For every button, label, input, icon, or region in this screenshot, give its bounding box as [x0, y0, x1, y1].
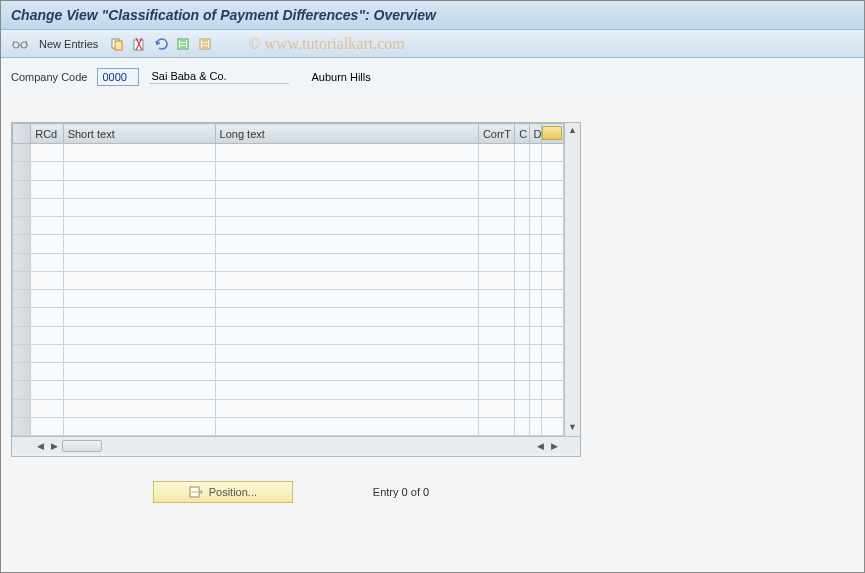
- table-row[interactable]: [13, 198, 564, 216]
- svg-rect-8: [190, 491, 199, 493]
- table-row[interactable]: [13, 290, 564, 308]
- table-row[interactable]: [13, 344, 564, 362]
- glasses-icon[interactable]: [11, 35, 29, 53]
- scroll-right-end-icon[interactable]: ▶: [548, 440, 560, 452]
- delete-icon[interactable]: [130, 35, 148, 53]
- table-row[interactable]: [13, 144, 564, 162]
- entry-count-text: Entry 0 of 0: [373, 486, 429, 498]
- table-row[interactable]: [13, 381, 564, 399]
- scroll-down-icon[interactable]: ▼: [567, 422, 579, 434]
- col-c[interactable]: C: [515, 124, 529, 144]
- page-title-bar: Change View "Classification of Payment D…: [1, 1, 864, 30]
- table-row[interactable]: [13, 271, 564, 289]
- page-title: Change View "Classification of Payment D…: [11, 7, 436, 23]
- table-row[interactable]: [13, 162, 564, 180]
- horizontal-scrollbar[interactable]: ◀ ▶ ◀ ▶: [12, 436, 580, 454]
- table-row[interactable]: [13, 417, 564, 435]
- table-row[interactable]: [13, 308, 564, 326]
- deselect-all-icon[interactable]: [196, 35, 214, 53]
- copy-icon[interactable]: [108, 35, 126, 53]
- watermark: © www.tutorialkart.com: [248, 35, 404, 53]
- scroll-right-icon[interactable]: ▶: [48, 440, 60, 452]
- position-button[interactable]: Position...: [153, 481, 293, 503]
- select-all-icon[interactable]: [174, 35, 192, 53]
- table-row[interactable]: [13, 180, 564, 198]
- toolbar: New Entries © www.tutorialkart.com: [1, 30, 864, 58]
- table-row[interactable]: [13, 217, 564, 235]
- company-name-text: Sai Baba & Co.: [149, 70, 289, 84]
- undo-icon[interactable]: [152, 35, 170, 53]
- data-grid: RCd Short text Long text CorrT C D ▲ ▼ ◀…: [11, 122, 581, 457]
- row-selector-header[interactable]: [13, 124, 31, 144]
- col-d[interactable]: D: [529, 124, 541, 144]
- col-rcd[interactable]: RCd: [31, 124, 63, 144]
- table-row[interactable]: [13, 253, 564, 271]
- configure-columns-button[interactable]: [541, 124, 563, 144]
- table-row[interactable]: [13, 399, 564, 417]
- scroll-left-end-icon[interactable]: ◀: [534, 440, 546, 452]
- col-corrt[interactable]: CorrT: [478, 124, 514, 144]
- location-text: Auburn Hills: [309, 71, 399, 84]
- company-code-input[interactable]: [97, 68, 139, 86]
- grid-table[interactable]: RCd Short text Long text CorrT C D: [12, 123, 564, 436]
- footer: Position... Entry 0 of 0: [1, 467, 581, 517]
- scroll-up-icon[interactable]: ▲: [567, 125, 579, 137]
- vertical-scrollbar[interactable]: ▲ ▼: [564, 123, 580, 436]
- col-long-text[interactable]: Long text: [215, 124, 478, 144]
- position-label: Position...: [209, 486, 257, 498]
- col-short-text[interactable]: Short text: [63, 124, 215, 144]
- table-row[interactable]: [13, 326, 564, 344]
- hscroll-thumb[interactable]: [62, 440, 102, 452]
- svg-rect-3: [115, 41, 122, 50]
- scroll-left-icon[interactable]: ◀: [34, 440, 46, 452]
- new-entries-button[interactable]: New Entries: [33, 36, 104, 52]
- position-icon: [189, 485, 203, 499]
- filter-bar: Company Code Sai Baba & Co. Auburn Hills: [1, 58, 864, 92]
- table-row[interactable]: [13, 363, 564, 381]
- table-row[interactable]: [13, 235, 564, 253]
- company-code-label: Company Code: [11, 71, 87, 83]
